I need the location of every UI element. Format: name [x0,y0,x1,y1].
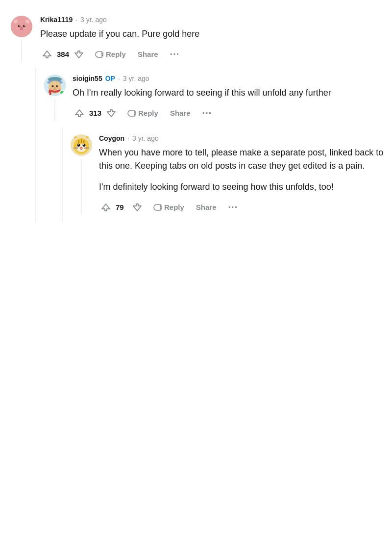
downvote-icon-coygon [132,203,142,212]
svg-point-20 [53,86,53,86]
avatar-coygon [71,134,92,156]
comment-coygon: Coygon · 3 yr. ago When you have more to… [63,127,384,222]
svg-point-23 [50,88,52,89]
timestamp-sioigin: 3 yr. ago [123,75,149,82]
reply-btn-sioigin[interactable]: Reply [124,107,161,120]
dot-sioigin: · [118,75,120,82]
reply-btn-krika[interactable]: Reply [92,48,129,61]
vote-count-coygon: 79 [116,203,127,211]
dot-coygon: · [127,134,129,142]
nested-left-sioigin [42,75,68,121]
thread-line-sioigin [54,99,55,121]
online-dot-sioigin [59,90,65,96]
comment-body-krika: Krika1119 · 3 yr. ago Please update if y… [35,16,384,62]
avatar-krika [11,16,32,37]
more-btn-sioigin[interactable]: ··· [199,105,215,121]
comment-header-sioigin: sioigin55 OP · 3 yr. ago [73,75,384,82]
svg-point-42 [85,147,88,149]
svg-point-9 [24,25,25,26]
upvote-btn-coygon[interactable] [99,201,113,214]
username-sioigin: sioigin55 [73,75,102,82]
comment-krika: Krika1119 · 3 yr. ago Please update if y… [8,10,384,68]
comment-left-krika [8,16,35,62]
svg-point-22 [54,87,56,88]
svg-point-18 [51,85,53,87]
vote-area-sioigin: 313 [73,106,118,120]
username-krika: Krika1119 [40,16,73,24]
comment-thread: Krika1119 · 3 yr. ago Please update if y… [8,10,384,222]
comment-text-krika: Please update if you can. Pure gold here [40,27,384,41]
upvote-icon-krika [42,50,52,59]
svg-point-41 [75,147,78,149]
vote-count-sioigin: 313 [89,109,101,117]
comment-actions-coygon: 79 Reply [99,200,384,215]
reply-icon-sioigin [127,109,136,118]
dot-krika: · [75,16,77,24]
comment-header-coygon: Coygon · 3 yr. ago [99,134,384,142]
svg-point-12 [24,27,27,29]
vote-area-krika: 384 [40,48,86,61]
svg-point-36 [80,147,83,149]
downvote-btn-coygon[interactable] [130,201,144,214]
avatar-sioigin [44,75,66,96]
timestamp-krika: 3 yr. ago [80,16,107,24]
svg-point-19 [56,85,58,87]
comment-actions-sioigin: 313 Reply Share [73,105,384,121]
svg-point-34 [78,144,79,145]
svg-point-6 [18,25,21,27]
vote-count-krika: 384 [57,50,69,58]
thread-line-krika [21,40,22,62]
share-btn-coygon[interactable]: Share [193,201,220,213]
upvote-icon-coygon [101,203,111,212]
comment-text-coygon-1: When you have more to tell, please make … [99,146,384,173]
svg-point-7 [23,25,25,27]
deep-nested-comments: Coygon · 3 yr. ago When you have more to… [62,127,384,222]
svg-point-10 [21,27,23,29]
svg-point-8 [19,25,20,26]
nested-comments: sioigin55 OP · 3 yr. ago Oh I'm really l… [35,68,384,222]
reply-btn-coygon[interactable]: Reply [150,201,187,214]
comment-sioigin: sioigin55 OP · 3 yr. ago Oh I'm really l… [36,68,384,127]
vote-area-coygon: 79 [99,201,144,214]
downvote-btn-sioigin[interactable] [104,106,118,120]
comment-text-sioigin: Oh I'm really looking forward to seeing … [73,86,384,100]
upvote-icon-sioigin [74,108,84,118]
comment-actions-krika: 384 Reply Share ··· [40,47,384,62]
svg-point-33 [83,144,86,147]
reply-icon-krika [95,50,103,59]
svg-point-11 [16,27,19,29]
more-btn-krika[interactable]: ··· [167,47,183,62]
username-coygon: Coygon [99,134,124,142]
downvote-icon-krika [74,50,84,59]
upvote-btn-sioigin[interactable] [73,106,86,120]
upvote-btn-krika[interactable] [40,48,54,61]
share-btn-krika[interactable]: Share [135,48,161,60]
nested-body-coygon: Coygon · 3 yr. ago When you have more to… [94,134,384,215]
svg-point-32 [77,144,80,147]
comment-text-coygon-2: I'm definitely looking forward to seeing… [99,180,384,194]
downvote-btn-krika[interactable] [72,48,86,61]
share-btn-sioigin[interactable]: Share [167,107,194,119]
op-badge-sioigin: OP [105,75,115,82]
reply-icon-coygon [153,203,162,212]
svg-point-24 [58,88,60,89]
svg-point-21 [57,86,58,86]
nested-body-sioigin: sioigin55 OP · 3 yr. ago Oh I'm really l… [68,75,384,121]
downvote-icon-sioigin [106,108,116,118]
timestamp-coygon: 3 yr. ago [132,134,159,142]
comment-header-krika: Krika1119 · 3 yr. ago [40,16,384,24]
more-btn-coygon[interactable]: ··· [225,200,241,215]
svg-point-35 [83,144,84,145]
thread-line-coygon [81,159,82,215]
nested-left-coygon [69,134,94,215]
